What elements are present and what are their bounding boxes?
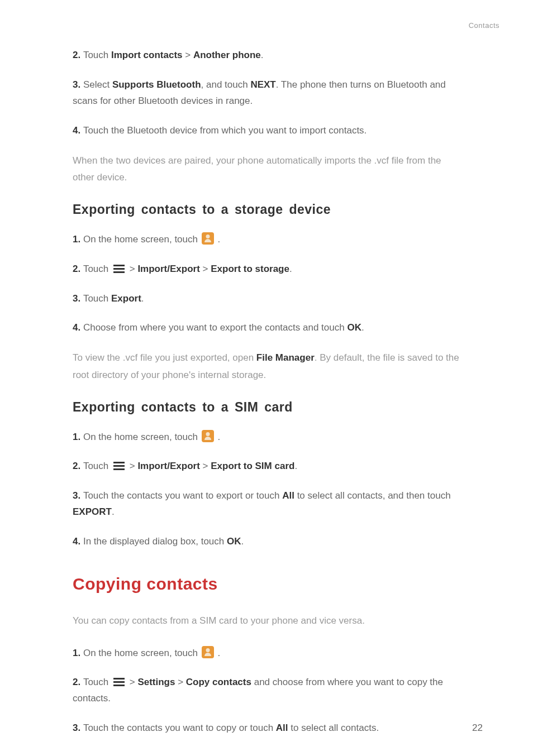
bold-text: Import/Export	[137, 461, 199, 471]
bold-text: Another phone	[193, 50, 261, 60]
step-item: 4. In the displayed dialog box, touch OK…	[73, 534, 460, 550]
step-item: 3. Touch Export.	[73, 291, 460, 307]
section3-intro: You can copy contacts from a SIM card to…	[73, 613, 460, 630]
step-item: 2. Touch > Settings > Copy contacts and …	[73, 674, 460, 707]
step-number: 1.	[73, 432, 83, 442]
step-item: 3. Touch the contacts you want to copy o…	[73, 720, 460, 736]
bold-text: NEXT	[250, 79, 275, 90]
step-number: 4.	[73, 536, 83, 547]
menu-icon	[113, 462, 125, 470]
bold-text: OK	[227, 536, 241, 547]
step-item: 4. Touch the Bluetooth device from which…	[73, 123, 460, 139]
bold-text: Import contacts	[111, 50, 183, 60]
step-number: 3.	[73, 722, 83, 733]
bold-text: Settings	[137, 677, 175, 687]
heading-export-sim: Exporting contacts to a SIM card	[73, 400, 460, 415]
section1-steps: 1. On the home screen, touch .2. Touch >…	[73, 232, 460, 337]
bold-text: Copy contacts	[186, 677, 251, 687]
page-number: 22	[472, 722, 483, 734]
step-number: 4.	[73, 322, 83, 333]
bold-text: All	[276, 722, 288, 733]
step-number: 3.	[73, 293, 83, 304]
step-number: 1.	[73, 234, 83, 245]
bold-text: Import/Export	[137, 264, 199, 274]
menu-icon	[113, 678, 125, 686]
bold-text: Export	[111, 293, 141, 304]
step-number: 3.	[73, 490, 83, 501]
bold-text: Export to storage	[211, 264, 289, 274]
step-number: 2.	[73, 677, 83, 687]
bold-text: All	[282, 490, 294, 501]
section1-paragraph: To view the .vcf file you just exported,…	[73, 350, 460, 384]
step-item: 3. Select Supports Bluetooth, and touch …	[73, 77, 460, 109]
intro-steps-block: 2. Touch Import contacts > Another phone…	[73, 47, 460, 139]
step-number: 4.	[73, 125, 83, 136]
bold-text: Export to SIM card	[211, 461, 294, 471]
step-item: 1. On the home screen, touch .	[73, 645, 460, 662]
contacts-icon	[202, 232, 214, 245]
step-item: 2. Touch Import contacts > Another phone…	[73, 47, 460, 64]
bold-text: EXPORT	[73, 506, 112, 517]
step-number: 3.	[73, 79, 83, 90]
section3-steps: 1. On the home screen, touch .2. Touch >…	[73, 645, 460, 737]
bold-text: File Manager	[256, 352, 315, 363]
bold-text: Supports Bluetooth	[112, 79, 201, 90]
step-number: 1.	[73, 648, 83, 658]
step-number: 2.	[73, 264, 83, 274]
intro-paragraph: When the two devices are paired, your ph…	[73, 152, 460, 186]
heading-copying-contacts: Copying contacts	[73, 575, 460, 594]
step-item: 1. On the home screen, touch .	[73, 429, 460, 446]
page-content: 2. Touch Import contacts > Another phone…	[0, 17, 533, 736]
step-item: 2. Touch > Import/Export > Export to SIM…	[73, 458, 460, 475]
step-item: 2. Touch > Import/Export > Export to sto…	[73, 261, 460, 277]
step-item: 4. Choose from where you want to export …	[73, 320, 460, 336]
heading-export-storage: Exporting contacts to a storage device	[73, 202, 460, 217]
step-number: 2.	[73, 461, 83, 471]
section2-steps: 1. On the home screen, touch .2. Touch >…	[73, 429, 460, 550]
header-section-label: Contacts	[469, 21, 499, 30]
contacts-icon	[202, 646, 214, 658]
bold-text: OK	[347, 322, 361, 333]
step-item: 3. Touch the contacts you want to export…	[73, 488, 460, 520]
contacts-icon	[202, 430, 214, 442]
step-number: 2.	[73, 50, 83, 60]
menu-icon	[113, 265, 125, 273]
step-item: 1. On the home screen, touch .	[73, 232, 460, 248]
